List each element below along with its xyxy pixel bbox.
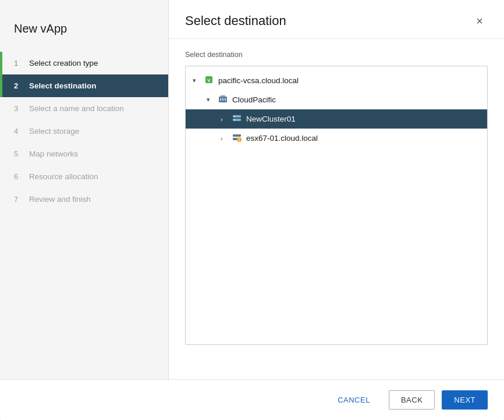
chevron-datacenter: ▾ xyxy=(207,96,215,104)
sidebar-item-step-7: 7Review and finish xyxy=(0,188,168,211)
tree-node-vcenter[interactable]: ▾Vpacific-vcsa.cloud.local xyxy=(186,71,487,90)
step-number-4: 4 xyxy=(14,127,23,136)
main-header: Select destination × xyxy=(169,0,504,39)
svg-text:V: V xyxy=(207,78,211,83)
main-body: Select destination ▾Vpacific-vcsa.cloud.… xyxy=(169,39,504,379)
new-vapp-dialog: New vApp 1Select creation type2Select de… xyxy=(0,0,504,420)
step-label-6: Resource allocation xyxy=(29,172,98,181)
step-number-5: 5 xyxy=(14,150,23,158)
node-label-vcenter: pacific-vcsa.cloud.local xyxy=(218,76,299,85)
step-number-1: 1 xyxy=(14,59,23,67)
step-label-2: Select destination xyxy=(29,81,97,90)
tree-node-cluster[interactable]: ›NewCluster01 xyxy=(186,109,487,129)
section-label: Select destination xyxy=(185,51,488,59)
cancel-button[interactable]: CANCEL xyxy=(326,391,382,409)
chevron-vcenter: ▾ xyxy=(193,77,201,84)
step-label-3: Select a name and location xyxy=(29,104,124,113)
node-label-datacenter: CloudPacific xyxy=(232,95,276,104)
back-button[interactable]: BACK xyxy=(389,390,435,410)
svg-rect-6 xyxy=(225,98,226,101)
node-label-host: esx67-01.cloud.local xyxy=(246,134,318,143)
vcenter-icon: V xyxy=(204,75,214,86)
node-label-cluster: NewCluster01 xyxy=(246,115,296,123)
main-content: Select destination × Select destination … xyxy=(169,0,504,379)
step-number-2: 2 xyxy=(14,81,23,90)
step-label-1: Select creation type xyxy=(29,59,98,67)
sidebar-item-step-5: 5Map networks xyxy=(0,143,168,165)
tree-node-host[interactable]: ›!esx67-01.cloud.local xyxy=(186,129,487,148)
svg-rect-4 xyxy=(220,98,221,101)
cluster-icon xyxy=(232,113,242,124)
tree-container[interactable]: ▾Vpacific-vcsa.cloud.local▾CloudPacific›… xyxy=(185,66,488,345)
sidebar: New vApp 1Select creation type2Select de… xyxy=(0,0,169,379)
tree-node-datacenter[interactable]: ▾CloudPacific xyxy=(186,90,487,109)
step-number-3: 3 xyxy=(14,104,23,113)
sidebar-item-step-1[interactable]: 1Select creation type xyxy=(0,52,168,74)
dialog-footer: CANCEL BACK NEXT xyxy=(0,379,504,420)
step-number-6: 6 xyxy=(14,172,23,181)
svg-rect-11 xyxy=(233,134,241,137)
chevron-host: › xyxy=(221,135,229,142)
step-label-5: Map networks xyxy=(29,150,78,158)
tree-nodes: ▾Vpacific-vcsa.cloud.local▾CloudPacific›… xyxy=(186,71,487,148)
step-label-4: Select storage xyxy=(29,127,79,136)
main-title: Select destination xyxy=(185,13,286,29)
dialog-body: New vApp 1Select creation type2Select de… xyxy=(0,0,504,379)
svg-rect-5 xyxy=(222,98,223,101)
host-warn-icon: ! xyxy=(232,133,242,144)
datacenter-icon xyxy=(218,94,228,105)
sidebar-item-step-6: 6Resource allocation xyxy=(0,165,168,188)
svg-rect-9 xyxy=(234,116,235,118)
svg-rect-10 xyxy=(234,120,235,121)
chevron-cluster: › xyxy=(221,116,229,123)
step-number-7: 7 xyxy=(14,195,23,204)
step-label-7: Review and finish xyxy=(29,195,91,204)
sidebar-item-step-4: 4Select storage xyxy=(0,120,168,143)
dialog-title: New vApp xyxy=(0,12,168,52)
sidebar-item-step-3: 3Select a name and location xyxy=(0,97,168,120)
svg-text:!: ! xyxy=(239,138,240,142)
next-button[interactable]: NEXT xyxy=(442,390,488,410)
sidebar-steps: 1Select creation type2Select destination… xyxy=(0,52,168,211)
close-button[interactable]: × xyxy=(471,13,488,29)
sidebar-item-step-2[interactable]: 2Select destination xyxy=(0,74,168,97)
svg-rect-3 xyxy=(221,95,225,97)
